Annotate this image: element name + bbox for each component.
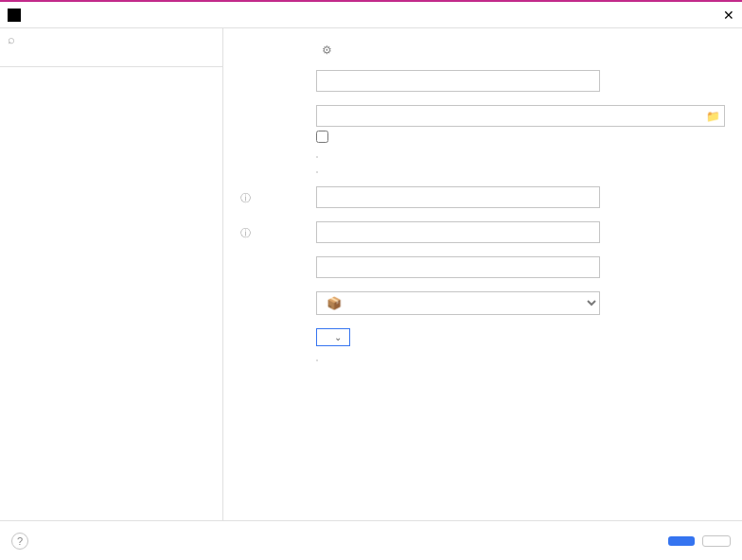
jdk-select[interactable]: 📦 bbox=[316, 291, 600, 315]
name-input[interactable] bbox=[316, 70, 600, 92]
group-input[interactable] bbox=[316, 186, 600, 208]
form-panel: ⚙ 📁 ⓘ ⓘ bbox=[223, 28, 742, 520]
generators-header bbox=[0, 69, 222, 77]
packaging-segment[interactable] bbox=[316, 359, 318, 361]
folder-icon[interactable]: 📁 bbox=[706, 110, 720, 123]
cancel-button[interactable] bbox=[702, 535, 731, 547]
artifact-label: ⓘ bbox=[238, 225, 316, 240]
type-segment[interactable] bbox=[316, 171, 318, 173]
language-segment[interactable] bbox=[316, 156, 318, 158]
package-input[interactable] bbox=[316, 256, 600, 278]
artifact-input[interactable] bbox=[316, 221, 600, 243]
app-icon bbox=[8, 9, 21, 22]
next-button[interactable] bbox=[668, 536, 695, 546]
separator bbox=[0, 66, 222, 67]
sidebar: ⌕ bbox=[0, 28, 223, 520]
search-input[interactable] bbox=[8, 46, 215, 61]
chevron-down-icon: ⌄ bbox=[334, 332, 342, 342]
java-select[interactable]: ⌄ bbox=[316, 328, 350, 346]
group-label: ⓘ bbox=[238, 190, 316, 205]
close-icon[interactable]: ✕ bbox=[719, 8, 734, 23]
gear-icon[interactable]: ⚙ bbox=[322, 44, 332, 57]
git-checkbox[interactable] bbox=[316, 131, 328, 143]
help-icon[interactable]: ? bbox=[11, 533, 28, 550]
search-icon: ⌕ bbox=[8, 32, 15, 46]
location-input[interactable] bbox=[323, 106, 706, 126]
search-box[interactable]: ⌕ bbox=[0, 28, 222, 64]
